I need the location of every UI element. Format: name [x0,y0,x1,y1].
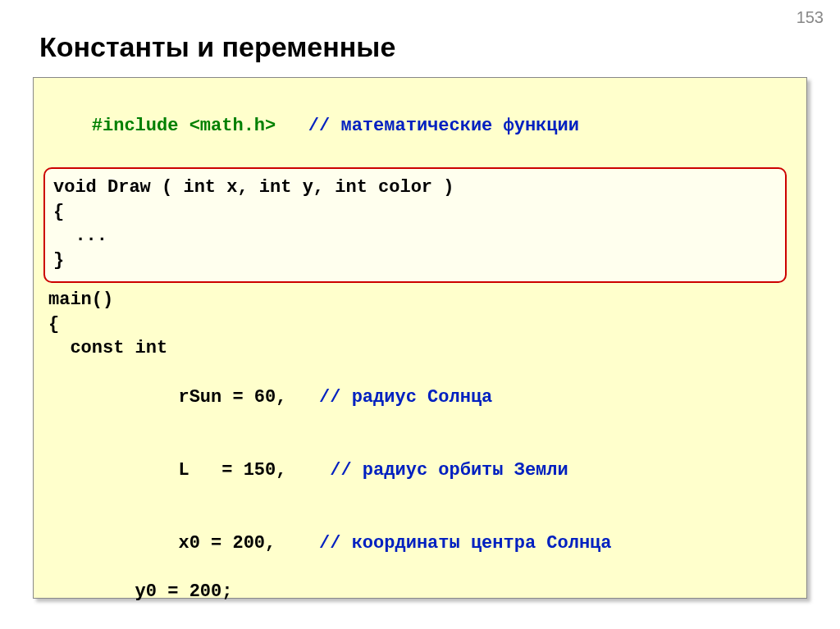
main-brace-open: { [48,312,792,337]
const-keyword: const int [48,336,792,361]
rSun-comment: // радиус Солнца [286,387,492,408]
func-brace-close: } [53,248,777,273]
function-box: void Draw ( int x, int y, int color ) { … [43,167,787,283]
func-signature: void Draw ( int x, int y, int color ) [53,175,777,200]
main-signature: main() [48,288,792,312]
include-directive: #include <math.h> [92,116,276,136]
func-ellipsis: ... [53,224,777,248]
page-number: 153 [797,8,824,27]
y0-decl: y0 = 200; [48,580,792,604]
L-comment: // радиус орбиты Земли [286,460,568,481]
x0-comment: // координаты центра Солнца [276,533,611,554]
rSun-decl: rSun = 60, [92,387,287,408]
include-comment: // математические функции [308,116,579,136]
func-brace-open: { [53,200,777,225]
slide-title: Константы и переменные [39,31,395,63]
L-decl: L = 150, [92,460,287,481]
x0-decl: x0 = 200, [92,533,276,554]
code-block: #include <math.h> // математические функ… [33,77,807,599]
